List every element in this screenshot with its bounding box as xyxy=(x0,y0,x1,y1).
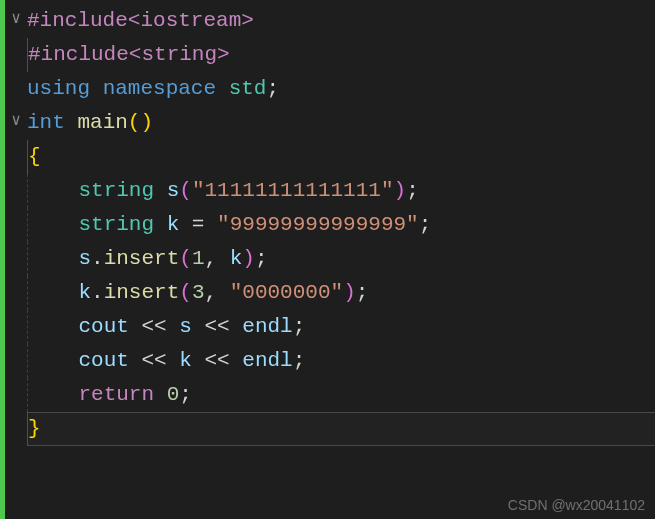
type: int xyxy=(27,111,65,134)
dot: . xyxy=(91,247,104,270)
operator: << xyxy=(129,349,179,372)
comma: , xyxy=(204,247,229,270)
semicolon: ; xyxy=(255,247,268,270)
operator: = xyxy=(179,213,217,236)
code-line[interactable]: int main() xyxy=(27,106,655,140)
code-line[interactable]: { xyxy=(27,140,655,174)
operator: << xyxy=(192,315,242,338)
code-editor[interactable]: ∨ ∨ #include<iostream> #include<string> … xyxy=(0,0,655,519)
code-line[interactable]: } xyxy=(27,412,655,446)
semicolon: ; xyxy=(293,315,306,338)
paren: ) xyxy=(242,247,255,270)
keyword: using xyxy=(27,77,90,100)
variable: k xyxy=(167,213,180,236)
operator: << xyxy=(192,349,242,372)
code-line[interactable]: #include<string> xyxy=(27,38,655,72)
number-literal: 3 xyxy=(192,281,205,304)
code-line[interactable]: using namespace std; xyxy=(27,72,655,106)
variable: s xyxy=(78,247,91,270)
semicolon: ; xyxy=(293,349,306,372)
variable: k xyxy=(179,349,192,372)
type: string xyxy=(78,213,154,236)
preproc-directive: #include xyxy=(27,9,128,32)
fold-chevron-icon[interactable]: ∨ xyxy=(9,110,23,130)
dot: . xyxy=(91,281,104,304)
string-literal: "11111111111111" xyxy=(192,179,394,202)
comma: , xyxy=(204,281,229,304)
method-name: insert xyxy=(104,247,180,270)
brace: { xyxy=(28,145,41,168)
method-name: insert xyxy=(104,281,180,304)
paren: ) xyxy=(140,111,153,134)
code-line[interactable]: s.insert(1, k); xyxy=(27,242,655,276)
gutter: ∨ ∨ xyxy=(5,0,27,519)
semicolon: ; xyxy=(406,179,419,202)
string-literal: "0000000" xyxy=(230,281,343,304)
paren: ( xyxy=(179,179,192,202)
paren: ( xyxy=(128,111,141,134)
variable: k xyxy=(78,281,91,304)
watermark: CSDN @wx20041102 xyxy=(508,497,645,513)
preproc-directive: #include xyxy=(28,43,129,66)
code-line[interactable]: cout << k << endl; xyxy=(27,344,655,378)
semicolon: ; xyxy=(356,281,369,304)
variable: s xyxy=(179,315,192,338)
paren: ) xyxy=(343,281,356,304)
variable: cout xyxy=(78,315,128,338)
include-path: <string> xyxy=(129,43,230,66)
semicolon: ; xyxy=(266,77,279,100)
code-line[interactable]: string k = "99999999999999"; xyxy=(27,208,655,242)
keyword: return xyxy=(78,383,154,406)
paren: ( xyxy=(179,281,192,304)
code-line[interactable]: #include<iostream> xyxy=(27,4,655,38)
brace: } xyxy=(28,417,41,440)
code-area[interactable]: #include<iostream> #include<string> usin… xyxy=(27,0,655,519)
variable: endl xyxy=(242,315,292,338)
keyword: namespace xyxy=(103,77,216,100)
code-line[interactable]: cout << s << endl; xyxy=(27,310,655,344)
namespace: std xyxy=(229,77,267,100)
paren: ) xyxy=(394,179,407,202)
semicolon: ; xyxy=(419,213,432,236)
variable: k xyxy=(230,247,243,270)
include-path: <iostream> xyxy=(128,9,254,32)
semicolon: ; xyxy=(179,383,192,406)
code-line[interactable]: return 0; xyxy=(27,378,655,412)
number-literal: 0 xyxy=(167,383,180,406)
variable: endl xyxy=(242,349,292,372)
type: string xyxy=(78,179,154,202)
function-name: main xyxy=(77,111,127,134)
string-literal: "99999999999999" xyxy=(217,213,419,236)
code-line[interactable]: k.insert(3, "0000000"); xyxy=(27,276,655,310)
number-literal: 1 xyxy=(192,247,205,270)
variable: cout xyxy=(78,349,128,372)
operator: << xyxy=(129,315,179,338)
code-line[interactable]: string s("11111111111111"); xyxy=(27,174,655,208)
variable: s xyxy=(167,179,180,202)
fold-chevron-icon[interactable]: ∨ xyxy=(9,8,23,28)
paren: ( xyxy=(179,247,192,270)
